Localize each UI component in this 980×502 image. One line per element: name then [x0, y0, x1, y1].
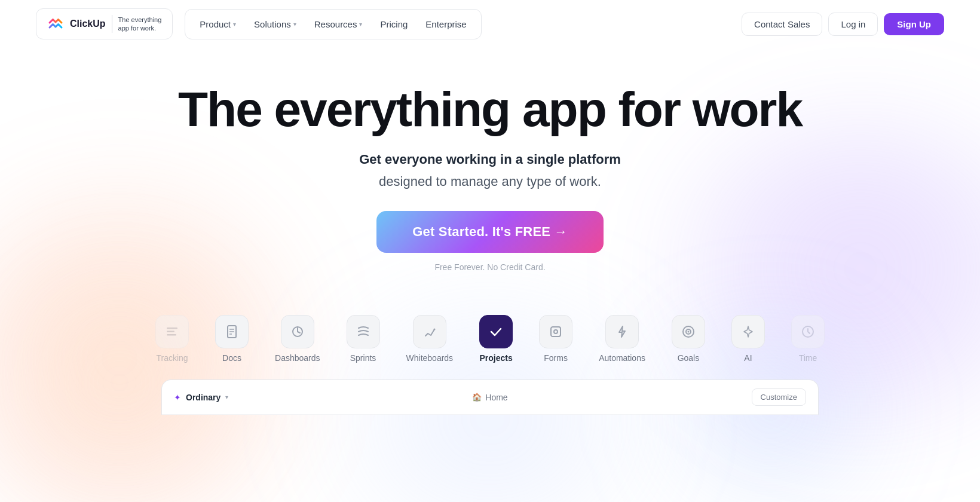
dashboards-icon — [281, 315, 314, 348]
cta-button[interactable]: Get Started. It's FREE → — [376, 211, 603, 253]
automations-icon — [605, 315, 639, 348]
forms-icon — [539, 315, 572, 348]
time-label: Time — [799, 353, 817, 363]
feature-tab-automations[interactable]: Automations — [586, 308, 659, 370]
hero-subtitle-bold: Get everyone working in a single platfor… — [12, 149, 968, 169]
logo-brand: ClickUp — [70, 19, 106, 29]
feature-tab-whiteboards[interactable]: Whiteboards — [393, 308, 467, 370]
projects-label: Projects — [480, 353, 513, 363]
svg-rect-1 — [167, 331, 174, 333]
tracking-label: Tracking — [156, 353, 188, 363]
sprints-label: Sprints — [350, 353, 376, 363]
nav-links: Product ▾ Solutions ▾ Resources ▾ Pricin… — [185, 9, 481, 39]
logo-tagline: The everything app for work. — [118, 16, 162, 33]
svg-rect-2 — [167, 334, 176, 336]
svg-point-13 — [687, 331, 689, 333]
hero-title: The everything app for work — [12, 84, 968, 135]
feature-tabs: TrackingDocsDashboardsSprintsWhiteboards… — [0, 296, 980, 370]
clickup-logo-icon — [47, 16, 64, 32]
nav-resources[interactable]: Resources ▾ — [306, 14, 371, 34]
time-icon — [791, 315, 825, 348]
feature-tab-forms[interactable]: Forms — [526, 308, 586, 370]
home-label: Home — [485, 393, 507, 402]
logo-container[interactable]: ClickUp The everything app for work. — [36, 8, 173, 39]
feature-tab-ai[interactable]: AI — [718, 308, 778, 370]
dashboards-label: Dashboards — [275, 353, 320, 363]
feature-tab-goals[interactable]: Goals — [659, 308, 718, 370]
hero-fine-print: Free Forever. No Credit Card. — [12, 262, 968, 272]
feature-tab-tracking[interactable]: Tracking — [142, 308, 202, 370]
goals-label: Goals — [678, 353, 700, 363]
navbar-right: Contact Sales Log in Sign Up — [742, 13, 944, 36]
product-chevron-icon: ▾ — [233, 21, 236, 27]
hero-subtitle-regular: designed to manage any type of work. — [12, 174, 968, 189]
docs-label: Docs — [222, 353, 241, 363]
svg-rect-9 — [551, 327, 561, 336]
ai-label: AI — [744, 353, 752, 363]
hero-section: The everything app for work Get everyone… — [0, 48, 980, 296]
preview-card: ✦ Ordinary ▾ 🏠 Home Customize — [161, 379, 819, 415]
nav-solutions[interactable]: Solutions ▾ — [246, 14, 305, 34]
resources-chevron-icon: ▾ — [359, 21, 362, 27]
login-button[interactable]: Log in — [828, 13, 878, 36]
nav-pricing[interactable]: Pricing — [372, 14, 416, 34]
contact-sales-button[interactable]: Contact Sales — [742, 13, 822, 36]
signup-button[interactable]: Sign Up — [884, 13, 944, 35]
workspace-chevron-icon: ▾ — [225, 394, 228, 400]
svg-point-10 — [554, 330, 558, 333]
navbar: ClickUp The everything app for work. Pro… — [0, 0, 980, 48]
nav-enterprise[interactable]: Enterprise — [417, 14, 474, 34]
feature-tab-docs[interactable]: Docs — [202, 308, 262, 370]
svg-point-8 — [433, 329, 435, 330]
feature-tab-time[interactable]: Time — [778, 308, 838, 370]
preview-card-header: ✦ Ordinary ▾ 🏠 Home Customize — [162, 380, 818, 415]
home-icon: 🏠 — [472, 393, 482, 402]
workspace-name: Ordinary — [186, 393, 220, 402]
home-link[interactable]: 🏠 Home — [472, 393, 507, 402]
projects-icon — [479, 315, 513, 348]
logo-divider — [112, 15, 112, 33]
workspace-sparkle-icon: ✦ — [174, 393, 181, 402]
feature-tab-sprints[interactable]: Sprints — [333, 308, 393, 370]
navbar-left: ClickUp The everything app for work. Pro… — [36, 8, 482, 39]
docs-icon — [215, 315, 249, 348]
ai-icon — [731, 315, 765, 348]
workspace-selector[interactable]: ✦ Ordinary ▾ — [174, 393, 228, 402]
nav-product[interactable]: Product ▾ — [191, 14, 244, 34]
feature-tab-projects[interactable]: Projects — [466, 308, 526, 370]
goals-icon — [672, 315, 705, 348]
solutions-chevron-icon: ▾ — [293, 21, 296, 27]
feature-tab-dashboards[interactable]: Dashboards — [262, 308, 333, 370]
forms-label: Forms — [544, 353, 568, 363]
whiteboards-label: Whiteboards — [406, 353, 454, 363]
tracking-icon — [155, 315, 189, 348]
customize-button[interactable]: Customize — [752, 388, 806, 406]
svg-rect-0 — [167, 327, 177, 329]
automations-label: Automations — [599, 353, 645, 363]
sprints-icon — [347, 315, 380, 348]
whiteboards-icon — [413, 315, 446, 348]
